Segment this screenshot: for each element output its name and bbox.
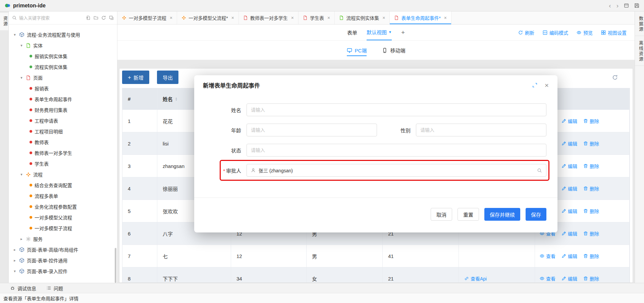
delete-link[interactable]: 删除	[583, 163, 599, 169]
close-icon[interactable]: ×	[545, 82, 549, 89]
forward-icon[interactable]: ›	[616, 2, 619, 9]
tab-active[interactable]: 表单生命周起事件* ×	[390, 11, 451, 24]
tree-item[interactable]: 财务费用归集表	[9, 104, 117, 115]
code-mode-button[interactable]: 编码模式	[543, 29, 568, 36]
reset-button[interactable]: 重置	[458, 208, 479, 221]
edit-link[interactable]: 编辑	[561, 253, 577, 259]
tree-item[interactable]: ▸ 页面-表单-控件通用	[9, 255, 117, 266]
caret-down-icon[interactable]: ▾	[19, 43, 23, 48]
delete-link[interactable]: 删除	[583, 140, 599, 147]
table-refresh-icon[interactable]	[612, 75, 618, 80]
caret-down-icon[interactable]: ▾	[13, 33, 17, 37]
caret-down-icon[interactable]: ▾	[19, 172, 23, 177]
tree-item[interactable]: ▾ 流程-业务流程配置与使用	[9, 29, 117, 40]
edit-link[interactable]: 编辑	[561, 118, 577, 124]
sort-icon[interactable]: ▲▼	[175, 97, 177, 101]
edit-link[interactable]: 编辑	[561, 185, 577, 192]
status-input[interactable]	[247, 144, 546, 157]
tab-mobile[interactable]: 移动端	[382, 41, 405, 60]
edit-link[interactable]: 编辑	[561, 275, 577, 282]
approver-select[interactable]: 张三 (zhangsan)	[247, 164, 546, 177]
tree-item[interactable]: 结合业务查询配置	[9, 180, 117, 190]
save-and-continue-button[interactable]: 保存并继续	[484, 208, 520, 221]
cancel-button[interactable]: 取消	[431, 208, 452, 221]
tree-item[interactable]: ▸ 页面-表单-高级/布局组件	[9, 244, 117, 255]
tab-pc[interactable]: PC端	[347, 41, 367, 60]
view-link[interactable]: 查看	[540, 275, 555, 282]
tab[interactable]: 流程实例实体集 ×	[335, 11, 390, 24]
close-icon[interactable]: ×	[231, 15, 234, 20]
tab[interactable]: 一对多模型父流程* ×	[177, 11, 239, 24]
delete-link[interactable]: 删除	[583, 275, 599, 282]
view-settings-button[interactable]: 视图设置	[601, 29, 627, 36]
delete-link[interactable]: 删除	[583, 118, 599, 124]
tree-item[interactable]: 业务化流程参数配置	[9, 201, 117, 212]
view-link[interactable]: 查看	[540, 253, 555, 259]
tab[interactable]: 一对多模型子流程 ×	[117, 11, 177, 24]
tree-item[interactable]: 流程多表单	[9, 190, 117, 201]
tree-item[interactable]: ▾ 页面	[9, 72, 117, 83]
tree-item[interactable]: 工程申请表	[9, 115, 117, 126]
edit-link[interactable]: 编辑	[561, 230, 577, 237]
refresh-icon[interactable]	[101, 15, 106, 20]
debug-info-tab[interactable]: 调试信息	[10, 285, 36, 292]
form-label[interactable]: 表单	[347, 29, 357, 36]
add-button[interactable]: + 新增	[122, 71, 149, 84]
save-icon[interactable]	[634, 3, 639, 8]
back-icon[interactable]: ‹	[609, 2, 611, 9]
import-icon[interactable]	[86, 15, 91, 20]
export-button[interactable]: 导出	[157, 71, 178, 84]
edit-link[interactable]: 编辑	[561, 163, 577, 169]
add-view-button[interactable]: +	[401, 29, 405, 36]
delete-link[interactable]: 删除	[583, 185, 599, 192]
caret-down-icon[interactable]: ▾	[19, 76, 23, 80]
close-icon[interactable]: ×	[382, 15, 385, 20]
collapse-all-icon[interactable]	[109, 15, 114, 20]
caret-right-icon[interactable]: ▸	[13, 248, 17, 252]
close-icon[interactable]: ×	[170, 15, 172, 20]
search-input[interactable]	[19, 15, 84, 20]
view-selector[interactable]: 默认视图 ▼	[367, 25, 392, 40]
problems-tab[interactable]: 问题	[46, 285, 63, 292]
tree-item[interactable]: 工程项目明细	[9, 126, 117, 137]
tree-item[interactable]: 一对多模型父流程	[9, 212, 117, 223]
preview-button[interactable]: 预览	[577, 29, 593, 36]
close-icon[interactable]: ×	[327, 15, 330, 20]
tab[interactable]: 学生表 ×	[299, 11, 335, 24]
tree-item[interactable]: 报销表	[9, 83, 117, 94]
tree-item[interactable]: 教师表	[9, 137, 117, 147]
tree-item[interactable]: 学生表	[9, 158, 117, 169]
delete-link[interactable]: 删除	[583, 253, 599, 259]
close-icon[interactable]: ×	[291, 15, 294, 20]
edit-link[interactable]: 编辑	[561, 140, 577, 147]
gender-input[interactable]	[416, 124, 546, 136]
delete-link[interactable]: 删除	[583, 230, 599, 237]
tree-item[interactable]: ▾ 页面-表单-录入控件	[9, 266, 117, 276]
delete-link[interactable]: 删除	[583, 208, 599, 214]
caret-right-icon[interactable]: ▸	[13, 258, 17, 263]
refresh-button[interactable]: 刷新	[518, 29, 534, 36]
close-icon[interactable]: ×	[444, 15, 447, 20]
age-input[interactable]	[247, 124, 377, 136]
tree-item[interactable]: 表单生命周起事件	[9, 94, 117, 104]
tree-item[interactable]: 流程实例实体集	[9, 61, 117, 72]
caret-down-icon[interactable]: ▾	[13, 269, 17, 273]
tree-item[interactable]: 一对多模型子流程	[9, 223, 117, 233]
tree-item[interactable]: 报销实例实体集	[9, 51, 117, 61]
save-button[interactable]: 保存	[526, 208, 546, 221]
tree-item[interactable]: ▸ 服务	[9, 233, 117, 244]
tree-item[interactable]: 教师表一对多学生	[9, 147, 117, 158]
resources-panel-tab[interactable]: 资源	[0, 13, 8, 30]
name-input[interactable]	[247, 103, 546, 116]
caret-right-icon[interactable]: ▸	[19, 237, 23, 241]
offline-resources-panel-tab[interactable]: 离线资源	[635, 37, 644, 66]
view-api-link[interactable]: 查看Api	[464, 275, 487, 282]
tree-item[interactable]: ▾ 实体	[9, 40, 117, 51]
tree-item[interactable]: ▾ 流程	[9, 169, 117, 180]
tab[interactable]: 教师表一对多学生 ×	[239, 11, 299, 24]
datasource-panel-tab[interactable]: 数据源	[635, 13, 644, 36]
folder-icon[interactable]	[94, 15, 98, 20]
layout-restore-icon[interactable]	[624, 3, 629, 8]
fullscreen-icon[interactable]	[532, 83, 537, 88]
sidebar-scrollbar[interactable]	[115, 248, 116, 283]
